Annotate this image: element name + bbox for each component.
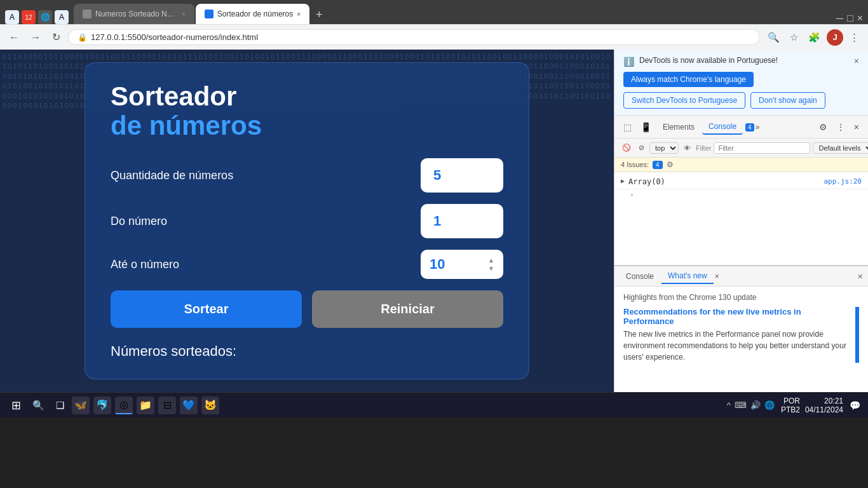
devtools-more-tabs[interactable]: » xyxy=(756,123,760,132)
task-view-button[interactable]: ❑ xyxy=(52,397,68,414)
devtools-device-button[interactable]: 📱 xyxy=(637,119,655,135)
console-filter-toggle[interactable]: ⊘ xyxy=(636,142,647,153)
result-label: Números sorteados: xyxy=(111,343,503,360)
app-title-line1: Sorteador xyxy=(111,82,503,111)
tab-bar: A 12 🌐 A Numeros Sorteado Nan,Nan,Na... … xyxy=(0,0,868,24)
spin-down-arrow[interactable]: ▼ xyxy=(488,265,494,272)
reload-button[interactable]: ↻ xyxy=(48,29,64,46)
chrome-update-description: The new live metrics in the Performance … xyxy=(623,329,851,363)
devtools-inspect-button[interactable]: ⬚ xyxy=(620,119,635,135)
field-label-3: Até o número xyxy=(111,258,179,271)
time-display: POR PTB2 20:21 04/11/2024 xyxy=(781,396,843,414)
tab-2-title: Sorteador de números xyxy=(217,10,293,18)
reiniciar-button[interactable]: Reiniciar xyxy=(312,290,503,328)
taskbar-volume-icon[interactable]: 🔊 xyxy=(750,400,761,410)
field-input-quantidade[interactable] xyxy=(421,158,503,193)
chrome-update-title: Highlights from the Chrome 130 update xyxy=(623,293,859,302)
user-avatar[interactable]: J xyxy=(827,29,843,46)
taskbar: ⊞ 🔍 ❑ 🦋 🐬 ◎ 📁 ⊟ 💙 🐱 ^ ⌨ 🔊 🌐 POR PTB2 20:… xyxy=(0,392,868,417)
taskbar-app-butterfly[interactable]: 🦋 xyxy=(72,396,90,414)
console-levels-select[interactable]: Default levels xyxy=(813,142,868,154)
devtools-settings-button[interactable]: ⚙ xyxy=(815,119,831,135)
btn-row: Sortear Reiniciar xyxy=(111,290,503,328)
url-input[interactable] xyxy=(91,32,750,42)
devtools-bottom-tab-whatsnew[interactable]: What's new xyxy=(661,269,714,284)
field-row-3: Até o número 10 ▲ ▼ xyxy=(111,250,503,279)
bookmark-button[interactable]: ☆ xyxy=(786,29,802,46)
devtools-whatsnew-close[interactable]: × xyxy=(715,272,719,281)
chrome-menu-button[interactable]: ⋮ xyxy=(846,29,863,46)
tab-1-close[interactable]: × xyxy=(182,11,186,18)
field-input-from[interactable] xyxy=(421,204,503,238)
tab-1-title: Numeros Sorteado Nan,Nan,Na... xyxy=(95,10,178,18)
devtools-info-icon: ℹ️ xyxy=(623,57,634,67)
taskbar-app-vscode[interactable]: 💙 xyxy=(180,396,198,414)
devtools-right-icons: ⚙ ⋮ × xyxy=(815,119,863,135)
keyboard-display: PTB2 xyxy=(781,405,800,414)
taskbar-app-github[interactable]: 🐱 xyxy=(201,396,219,414)
taskbar-search-button[interactable]: 🔍 xyxy=(29,397,48,414)
dont-show-button[interactable]: Don't show again xyxy=(750,92,825,109)
devtools-bottom-tab-console[interactable]: Console xyxy=(620,269,660,283)
tab-2-favicon xyxy=(205,10,214,18)
console-entry-1: ▶ Array(0) app.js:20 xyxy=(614,175,868,189)
devtools-bottom-close-button[interactable]: × xyxy=(858,271,863,281)
switch-language-button[interactable]: Switch DevTools to Portuguese xyxy=(623,92,745,109)
taskbar-right: ^ ⌨ 🔊 🌐 POR PTB2 20:21 04/11/2024 💬 xyxy=(727,396,860,414)
devtools-notif-close-button[interactable]: × xyxy=(854,56,859,66)
search-button[interactable]: 🔍 xyxy=(764,29,783,46)
console-sub-entry: › xyxy=(614,189,868,200)
spin-up-arrow[interactable]: ▲ xyxy=(488,257,494,264)
browser-window: A 12 🌐 A Numeros Sorteado Nan,Nan,Na... … xyxy=(0,0,868,392)
sortear-button[interactable]: Sortear xyxy=(111,290,302,328)
extension-icon-4[interactable]: A xyxy=(55,10,69,24)
devtools-tab-elements[interactable]: Elements xyxy=(656,120,701,134)
minimize-button[interactable]: ─ xyxy=(836,13,843,24)
tab-1[interactable]: Numeros Sorteado Nan,Nan,Na... × xyxy=(74,4,194,24)
tab-2[interactable]: Sorteador de números × xyxy=(196,4,309,24)
close-button[interactable]: × xyxy=(857,13,863,24)
console-context-select[interactable]: top xyxy=(649,142,679,154)
new-tab-button[interactable]: + xyxy=(311,6,328,24)
devtools-tab-console[interactable]: Console xyxy=(702,119,743,135)
console-filter-input[interactable] xyxy=(714,142,810,154)
app-title-line2: de números xyxy=(111,111,503,140)
taskbar-app-dolphin[interactable]: 🐬 xyxy=(93,396,111,414)
app-card: Sorteador de números Quantidade de númer… xyxy=(85,62,529,379)
lock-icon: 🔒 xyxy=(78,33,87,42)
taskbar-keyboard-icon[interactable]: ⌨ xyxy=(735,400,747,410)
devtools-more-options-button[interactable]: ⋮ xyxy=(832,119,849,135)
extensions-button[interactable]: 🧩 xyxy=(804,29,824,46)
console-entry-text-1: Array(0) xyxy=(628,177,820,186)
extension-icon-1[interactable]: A xyxy=(5,10,19,24)
taskbar-app-files[interactable]: 📁 xyxy=(137,396,154,414)
taskbar-caret-icon[interactable]: ^ xyxy=(727,400,731,410)
devtools-issues-bar: 4 Issues: 4 ⚙ xyxy=(614,158,868,172)
taskbar-notification-icon[interactable]: 💬 xyxy=(850,400,860,410)
field-label-1: Quantidade de números xyxy=(111,169,233,182)
expand-arrow-1[interactable]: ▶ xyxy=(621,177,625,184)
extension-icon-2[interactable]: 12 xyxy=(22,10,36,24)
match-language-button[interactable]: Always match Chrome's language xyxy=(623,72,754,87)
chrome-update-card: Recommendations for the new live metrics… xyxy=(623,307,859,363)
forward-button[interactable]: → xyxy=(27,29,44,46)
maximize-button[interactable]: □ xyxy=(847,13,853,24)
console-eye-button[interactable]: 👁 xyxy=(681,143,693,153)
console-clear-button[interactable]: 🚫 xyxy=(620,142,634,153)
taskbar-network-icon[interactable]: 🌐 xyxy=(764,400,775,410)
tab-2-close[interactable]: × xyxy=(297,11,301,18)
devtools-main-toolbar: ⬚ 📱 Elements Console 4 » ⚙ ⋮ × xyxy=(614,116,868,139)
back-button[interactable]: ← xyxy=(5,29,23,46)
issues-badge: 4 xyxy=(653,161,663,169)
url-bar: 🔒 xyxy=(68,29,760,45)
devtools-close-button[interactable]: × xyxy=(850,119,863,135)
issues-gear-icon[interactable]: ⚙ xyxy=(667,160,674,169)
windows-button[interactable]: ⊞ xyxy=(8,396,25,415)
chrome-update-link[interactable]: Recommendations for the new live metrics… xyxy=(623,307,851,326)
extension-icon-3[interactable]: 🌐 xyxy=(38,10,52,24)
taskbar-app-notes[interactable]: ⊟ xyxy=(158,396,176,414)
devtools-notif-header: ℹ️ DevTools is now available in Portugue… xyxy=(623,56,859,67)
console-entry-link-1[interactable]: app.js:20 xyxy=(824,177,862,186)
taskbar-app-chrome[interactable]: ◎ xyxy=(115,396,133,414)
devtools-notif-buttons: Always match Chrome's language Switch De… xyxy=(623,72,859,109)
